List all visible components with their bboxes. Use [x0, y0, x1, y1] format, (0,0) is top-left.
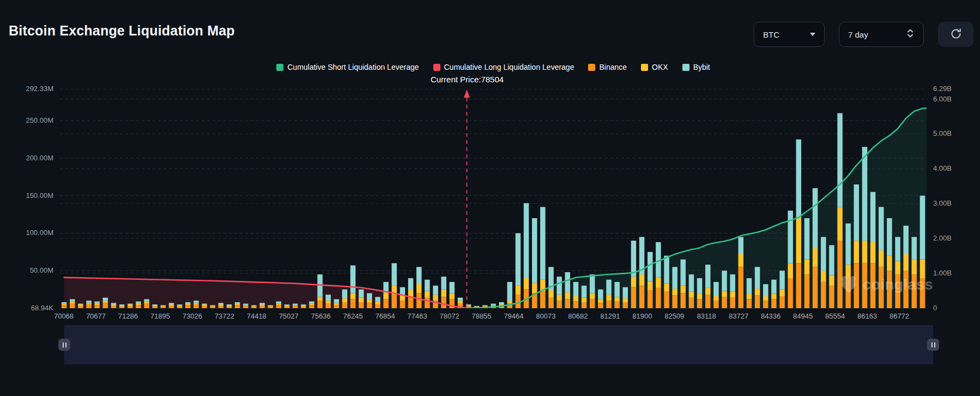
caret-down-icon	[810, 33, 815, 36]
legend-label: Cumulative Long Liquidation Leverage	[444, 63, 574, 71]
navigator-left-handle[interactable]	[58, 339, 70, 351]
toolbar: BTC 7 day	[754, 22, 973, 47]
x-axis-tick: 86772	[880, 312, 918, 320]
coinglass-watermark: coinglass	[839, 274, 933, 295]
chart-legend: Cumulative Short Liquidation LeverageCum…	[60, 63, 927, 71]
refresh-button[interactable]	[938, 22, 973, 47]
legend-swatch-bybit	[682, 64, 689, 71]
page-title: Bitcoin Exchange Liquidation Map	[9, 23, 235, 39]
chart-plot[interactable]	[60, 89, 927, 308]
legend-swatch-binance	[588, 64, 595, 71]
right-axis-tick: 5.00B	[933, 129, 952, 137]
timeframe-select[interactable]: 7 day	[839, 22, 924, 47]
current-price-label: Current Price:78504	[374, 75, 560, 84]
right-axis-tick: 1.00B	[933, 269, 952, 277]
navigator-right-handle[interactable]	[927, 339, 939, 351]
legend-swatch-cumulative-short	[276, 64, 283, 71]
legend-swatch-okx	[641, 64, 648, 71]
chevron-up-down-icon	[906, 28, 915, 41]
legend-item-okx[interactable]: OKX	[641, 63, 668, 71]
left-axis-tick: 250.00M	[0, 116, 53, 124]
symbol-select-value: BTC	[763, 30, 779, 39]
left-axis-tick: 100.00M	[0, 229, 53, 237]
left-axis-tick: 292.33M	[0, 85, 53, 93]
right-axis-tick: 4.00B	[933, 164, 952, 172]
legend-item-cumulative-long[interactable]: Cumulative Long Liquidation Leverage	[433, 63, 574, 71]
refresh-icon	[949, 27, 963, 42]
right-axis-tick: 6.29B	[933, 85, 952, 93]
right-axis-tick: 6.00B	[933, 95, 952, 103]
left-axis-tick: 68.94K	[0, 304, 53, 312]
left-axis-tick: 150.00M	[0, 191, 53, 200]
right-axis-tick: 0	[933, 304, 937, 312]
legend-label: Cumulative Short Liquidation Leverage	[287, 63, 419, 71]
legend-label: Bybit	[693, 63, 710, 71]
legend-label: OKX	[652, 63, 668, 71]
navigator-track[interactable]	[64, 325, 933, 364]
right-axis-tick: 3.00B	[933, 199, 952, 207]
liquidation-map-panel: Bitcoin Exchange Liquidation Map BTC 7 d…	[0, 0, 980, 396]
symbol-select[interactable]: BTC	[754, 22, 825, 47]
legend-swatch-cumulative-long	[433, 64, 440, 71]
left-axis-tick: 200.00M	[0, 154, 53, 162]
timeframe-select-value: 7 day	[848, 30, 868, 39]
right-axis-tick: 2.00B	[933, 234, 952, 242]
watermark-text: coinglass	[863, 277, 933, 293]
left-axis-tick: 50.00M	[0, 266, 53, 274]
legend-item-binance[interactable]: Binance	[588, 63, 627, 71]
legend-label: Binance	[599, 63, 627, 71]
legend-item-cumulative-short[interactable]: Cumulative Short Liquidation Leverage	[276, 63, 419, 71]
legend-item-bybit[interactable]: Bybit	[682, 63, 710, 71]
coinglass-bear-icon	[839, 274, 858, 295]
